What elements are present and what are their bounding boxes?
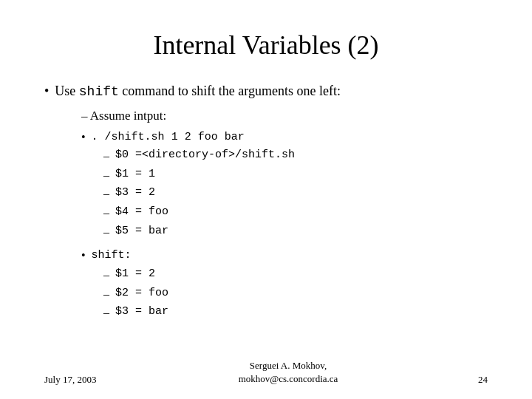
- footer-author-line2: mokhov@cs.concordia.ca: [239, 373, 338, 384]
- main-bullet-text: Use shift command to shift the arguments…: [55, 81, 341, 102]
- code-bullet-section: • . /shift.sh 1 2 foo bar – $0 =<directo…: [81, 129, 488, 322]
- dash-item-2-2: – $3 = bar: [103, 303, 488, 322]
- dash-item-1-2: – $3 = 2: [103, 184, 488, 203]
- dash-symbol-1-1: –: [103, 166, 109, 185]
- dash-item-1-3: – $4 = foo: [103, 203, 488, 222]
- dash-text-1-3: $4 = foo: [115, 203, 168, 221]
- dash-text-1-2: $3 = 2: [115, 184, 155, 202]
- dash-item-2-0: – $1 = 2: [103, 265, 488, 284]
- slide: Internal Variables (2) • Use shift comma…: [0, 0, 532, 399]
- assume-section: – Assume intput: • . /shift.sh 1 2 foo b…: [66, 106, 488, 322]
- second-bullet-group: • shift: – $1 = 2 – $2 = foo: [81, 247, 488, 322]
- dash-text-1-4: $5 = bar: [115, 222, 168, 240]
- dash-symbol-2-0: –: [103, 265, 109, 284]
- main-bullet: • Use shift command to shift the argumen…: [44, 81, 488, 102]
- dash-text-1-0: $0 =<directory-of>/shift.sh: [115, 146, 295, 164]
- dash-list-2: – $1 = 2 – $2 = foo – $3 = bar: [103, 265, 488, 322]
- shift-command-inline: shift: [79, 84, 119, 99]
- shift-bullet-symbol: •: [81, 247, 86, 265]
- dash-symbol-2-1: –: [103, 284, 109, 304]
- dash-symbol-2-2: –: [103, 303, 109, 322]
- shift-label: shift:: [92, 247, 132, 264]
- dash-symbol-1-0: –: [103, 146, 109, 166]
- footer-page-number: 24: [466, 374, 488, 386]
- code-command-item: • . /shift.sh 1 2 foo bar: [81, 129, 488, 147]
- dash-symbol-1-4: –: [103, 222, 109, 242]
- code-command-text: . /shift.sh 1 2 foo bar: [92, 129, 245, 146]
- bullet-symbol: •: [44, 81, 49, 101]
- dash-symbol-1-2: –: [103, 184, 109, 203]
- footer-author-line1: Serguei A. Mokhov,: [250, 360, 327, 371]
- dash-item-1-0: – $0 =<directory-of>/shift.sh: [103, 146, 488, 166]
- dash-item-1-4: – $5 = bar: [103, 222, 488, 242]
- dash-item-2-1: – $2 = foo: [103, 284, 488, 304]
- dash-text-2-2: $3 = bar: [115, 303, 168, 321]
- dash-text-2-0: $1 = 2: [115, 265, 155, 283]
- slide-content: • Use shift command to shift the argumen…: [44, 81, 488, 322]
- footer-author: Serguei A. Mokhov, mokhov@cs.concordia.c…: [111, 359, 466, 386]
- nested-bullet-symbol: •: [81, 129, 86, 147]
- dash-list-1: – $0 =<directory-of>/shift.sh – $1 = 1 –…: [103, 146, 488, 241]
- shift-bullet-item: • shift:: [81, 247, 488, 265]
- dash-item-1-1: – $1 = 1: [103, 166, 488, 185]
- footer-date: July 17, 2003: [44, 374, 111, 386]
- footer: July 17, 2003 Serguei A. Mokhov, mokhov@…: [0, 359, 532, 386]
- slide-title: Internal Variables (2): [44, 30, 488, 61]
- dash-text-2-1: $2 = foo: [115, 284, 168, 302]
- dash-text-1-1: $1 = 1: [115, 166, 155, 183]
- assume-label: – Assume intput:: [81, 106, 488, 126]
- dash-symbol-1-3: –: [103, 203, 109, 222]
